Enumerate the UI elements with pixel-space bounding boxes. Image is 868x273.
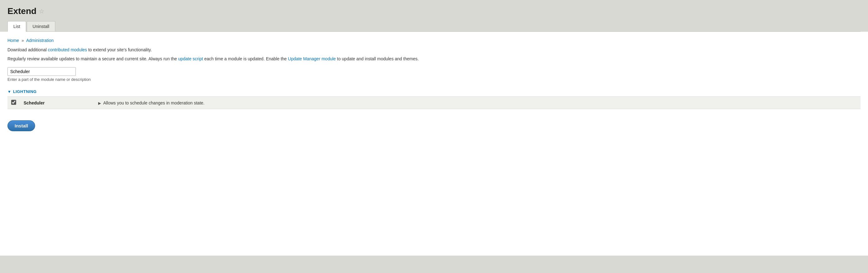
module-description-cell: ▶ Allows you to schedule changes in mode… — [94, 97, 861, 109]
modules-table: Scheduler ▶ Allows you to schedule chang… — [7, 97, 861, 109]
tab-uninstall[interactable]: Uninstall — [27, 21, 55, 31]
section-toggle-icon[interactable]: ▼ — [7, 89, 11, 94]
description-line-1: Download additional contributed modules … — [7, 47, 861, 53]
page-title-row: Extend ☆ — [7, 6, 861, 16]
tab-list[interactable]: List — [7, 21, 26, 32]
desc1-prefix: Download additional — [7, 47, 48, 52]
filter-hint: Enter a part of the module name or descr… — [7, 77, 861, 82]
desc1-suffix: to extend your site's functionality. — [87, 47, 152, 52]
module-name: Scheduler — [24, 101, 45, 105]
breadcrumb-administration-link[interactable]: Administration — [26, 38, 54, 43]
contributed-modules-link[interactable]: contributed modules — [48, 47, 87, 52]
section-header-lightning: ▼ LIGHTNING — [7, 89, 861, 94]
tabs-row: List Uninstall — [7, 21, 861, 32]
header-area: Extend ☆ List Uninstall — [0, 0, 868, 32]
module-desc-toggle-icon[interactable]: ▶ — [98, 101, 101, 105]
table-row: Scheduler ▶ Allows you to schedule chang… — [7, 97, 861, 109]
desc2-suffix: to update and install modules and themes… — [336, 56, 419, 61]
breadcrumb-home-link[interactable]: Home — [7, 38, 19, 43]
install-button[interactable]: Install — [7, 120, 35, 131]
page-wrapper: Extend ☆ List Uninstall Home » Administr… — [0, 0, 868, 273]
module-checkbox-cell — [7, 97, 20, 109]
desc2-middle: each time a module is updated. Enable th… — [203, 56, 288, 61]
filter-section: Enter a part of the module name or descr… — [7, 67, 861, 82]
update-manager-link[interactable]: Update Manager module — [288, 56, 336, 61]
breadcrumb: Home » Administration — [7, 38, 861, 43]
desc2-prefix: Regularly review available updates to ma… — [7, 56, 178, 61]
module-name-cell: Scheduler — [20, 97, 94, 109]
update-script-link[interactable]: update script — [178, 56, 203, 61]
favorite-star-icon[interactable]: ☆ — [39, 7, 44, 15]
module-description: Allows you to schedule changes in modera… — [103, 101, 205, 105]
module-filter-input[interactable] — [7, 67, 76, 76]
breadcrumb-separator: » — [22, 38, 24, 43]
scheduler-checkbox[interactable] — [11, 100, 16, 105]
content-area: Home » Administration Download additiona… — [0, 32, 868, 255]
page-title: Extend — [7, 6, 36, 16]
section-title-lightning: LIGHTNING — [13, 89, 37, 94]
description-line-2: Regularly review available updates to ma… — [7, 56, 861, 62]
